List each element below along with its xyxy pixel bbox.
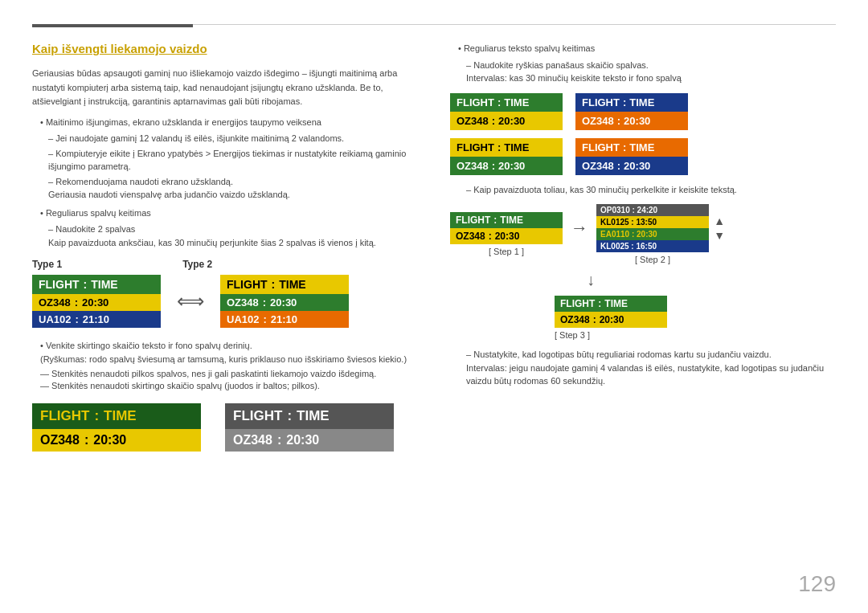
bottom-board-2-row: OZ348 : 20:30	[225, 429, 394, 452]
right-board-3: FLIGHT : TIME OZ348 : 20:30	[450, 138, 563, 175]
type-labels: Type 1 Type 2	[32, 259, 426, 270]
bottom-note-1: — Stenkitės nenaudoti pilkos spalvos, ne…	[40, 369, 426, 378]
step1-header: FLIGHT : TIME	[450, 212, 563, 228]
boards-grid-row1: FLIGHT : TIME OZ348 : 20:30 FLIGHT :	[450, 93, 836, 130]
bottom-board-2: FLIGHT : TIME OZ348 : 20:30	[225, 403, 394, 452]
bottom-note: Nustatykite, kad logotipas būtų reguliar…	[466, 348, 836, 388]
intro-text: Geriausias būdas apsaugoti gaminį nuo iš…	[32, 67, 426, 109]
step2-to-step3-arrow: ↓	[587, 271, 836, 289]
flight-boards-row: FLIGHT : TIME OZ348 : 20:30 UA102 : 21:1…	[32, 275, 426, 328]
top-line-decoration	[32, 24, 193, 27]
type1-board: FLIGHT : TIME OZ348 : 20:30 UA102 : 21:1…	[32, 275, 161, 328]
step1-row: OZ348 : 20:30	[450, 228, 563, 244]
boards-grid-row2: FLIGHT : TIME OZ348 : 20:30 FLIGHT :	[450, 138, 836, 175]
step3-row: OZ348 : 20:30	[555, 312, 667, 328]
bottom-board-1: FLIGHT : TIME OZ348 : 20:30	[32, 403, 201, 452]
bottom-bullet-1: Venkite skirtingo skaičio teksto ir fono…	[40, 339, 426, 366]
step2: OP0310 : 24:20 KL0125 : 13:50 EA0110 : 2…	[596, 204, 709, 264]
right-board-1: FLIGHT : TIME OZ348 : 20:30	[450, 93, 563, 130]
step3-board: FLIGHT : TIME OZ348 : 20:30	[555, 296, 667, 328]
type-1-label: Type 1	[32, 259, 62, 270]
step-note: Kaip pavaizduota toliau, kas 30 minučių …	[466, 183, 836, 197]
step2-label: [ Step 2 ]	[635, 255, 670, 264]
dash-1-3: Rekomenduojama naudoti ekrano užsklandą.…	[48, 175, 426, 202]
bullet-2: Reguliarus spalvų keitimas	[40, 206, 426, 220]
step2-board: OP0310 : 24:20 KL0125 : 13:50 EA0110 : 2…	[596, 204, 709, 252]
right-board-2: FLIGHT : TIME OZ348 : 20:30	[575, 93, 688, 130]
step1: FLIGHT : TIME OZ348 : 20:30 [ Step 1 ]	[450, 212, 563, 256]
bottom-board-2-header: FLIGHT : TIME	[225, 403, 394, 429]
dash-1-1: Jei naudojate gaminį 12 valandų iš eilės…	[48, 132, 426, 145]
type2-board: FLIGHT : TIME OZ348 : 20:30 UA102 : 21:1…	[220, 275, 349, 328]
step-row-1-2: FLIGHT : TIME OZ348 : 20:30 [ Step 1 ]	[450, 204, 836, 264]
bottom-board-1-header: FLIGHT : TIME	[32, 403, 201, 429]
bottom-note-2: — Stenkitės nenaudoti skirtingo skaičio …	[40, 381, 426, 390]
type1-row2: UA102 : 21:10	[32, 311, 161, 328]
type1-header: FLIGHT : TIME	[32, 275, 161, 294]
type2-row1: OZ348 : 20:30	[220, 294, 349, 311]
step3-header: FLIGHT : TIME	[555, 296, 667, 312]
type-2-label: Type 2	[182, 259, 212, 270]
steps-area: FLIGHT : TIME OZ348 : 20:30 [ Step 1 ]	[450, 204, 836, 340]
right-bullet-1: Reguliarus teksto spalvų keitimas	[458, 42, 836, 55]
step1-to-step2-arrow: →	[571, 218, 588, 239]
type1-row1: OZ348 : 20:30	[32, 294, 161, 311]
scroll-arrows: ▲ ▼	[714, 204, 725, 252]
section-title: Kaip išvengti liekamojo vaizdo	[32, 42, 426, 55]
page-number: 129	[798, 571, 836, 597]
scroll-up-icon: ▲	[714, 215, 725, 227]
page-container: Kaip išvengti liekamojo vaizdo Geriausia…	[0, 0, 868, 613]
swap-arrow-icon: ⟺	[177, 290, 204, 313]
step1-board: FLIGHT : TIME OZ348 : 20:30	[450, 212, 563, 244]
scroll-down-icon: ▼	[714, 229, 725, 242]
type2-row2: UA102 : 21:10	[220, 311, 349, 328]
right-column: Reguliarus teksto spalvų keitimas Naudok…	[450, 42, 836, 452]
right-board-4: FLIGHT : TIME OZ348 : 20:30	[575, 138, 688, 175]
content-area: Kaip išvengti liekamojo vaizdo Geriausia…	[32, 42, 836, 452]
left-column: Kaip išvengti liekamojo vaizdo Geriausia…	[32, 42, 426, 452]
step3-label: [ Step 3 ]	[555, 330, 590, 340]
bottom-boards-row: FLIGHT : TIME OZ348 : 20:30 FLIGHT :	[32, 403, 426, 452]
dash-1-2: Kompiuteryje eikite į Ekrano ypatybės > …	[48, 147, 426, 174]
step3: FLIGHT : TIME OZ348 : 20:30 [ Step 3 ]	[555, 296, 836, 340]
bottom-board-1-row: OZ348 : 20:30	[32, 429, 201, 452]
type2-header: FLIGHT : TIME	[220, 275, 349, 294]
right-dash-1: Naudokite ryškias panašaus skaičio spalv…	[466, 59, 836, 85]
full-top-line	[193, 24, 836, 25]
bullet-1: Maitinimo išjungimas, ekrano užsklanda i…	[40, 116, 426, 129]
dash-2-1: Naudokite 2 spalvas Kaip pavaizduota ank…	[48, 223, 426, 249]
step1-label: [ Step 1 ]	[489, 247, 524, 256]
